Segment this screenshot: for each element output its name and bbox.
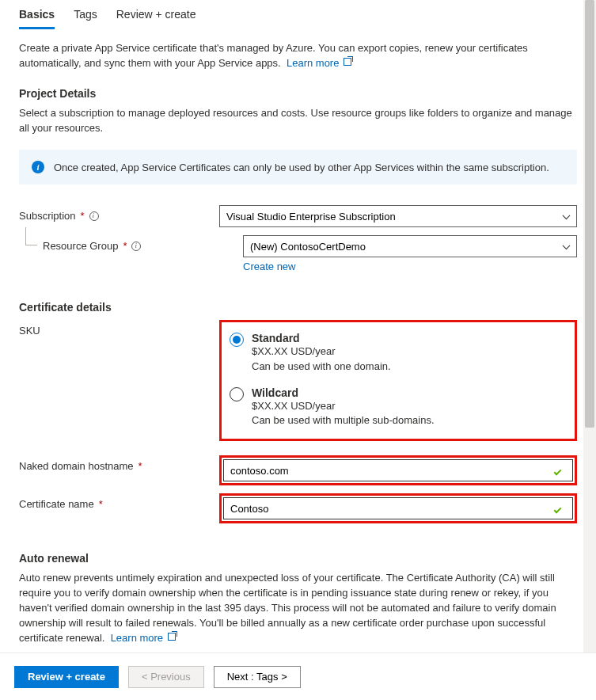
sku-wildcard-option[interactable]: Wildcard $XX.XX USD/year Can be used wit… — [252, 386, 435, 428]
previous-button: < Previous — [128, 666, 204, 688]
hostname-label: Naked domain hostname* — [19, 455, 219, 472]
valid-check-icon — [554, 465, 565, 476]
certname-input[interactable] — [223, 497, 573, 519]
resource-group-label: Resource Group* — [43, 235, 243, 252]
tab-review-create[interactable]: Review + create — [116, 8, 196, 29]
sku-label: SKU — [19, 320, 219, 337]
next-tags-button[interactable]: Next : Tags > — [214, 666, 301, 688]
tab-basics[interactable]: Basics — [19, 8, 55, 29]
certificate-details-heading: Certificate details — [19, 301, 577, 314]
subscription-select[interactable] — [219, 205, 577, 227]
certname-label: Certificate name* — [19, 493, 219, 510]
footer-toolbar: Review + create < Previous Next : Tags > — [0, 652, 596, 700]
learn-more-link[interactable]: Learn more — [287, 57, 351, 69]
info-tooltip-icon[interactable] — [89, 211, 99, 221]
sku-options-highlight: Standard $XX.XX USD/year Can be used wit… — [219, 320, 577, 441]
info-icon: i — [32, 161, 44, 173]
project-details-heading: Project Details — [19, 87, 577, 100]
external-link-icon — [168, 633, 176, 641]
info-tooltip-icon[interactable] — [131, 242, 141, 251]
hostname-input[interactable] — [223, 459, 573, 481]
vertical-scrollbar[interactable] — [583, 0, 596, 652]
project-details-desc: Select a subscription to manage deployed… — [19, 106, 577, 136]
resource-group-select[interactable] — [243, 235, 577, 257]
certname-highlight — [219, 493, 577, 523]
info-banner: i Once created, App Service Certificates… — [19, 150, 577, 185]
intro-text: Create a private App Service certificate… — [19, 41, 577, 71]
subscription-label: Subscription* — [19, 205, 219, 222]
sku-standard-radio[interactable] — [230, 333, 244, 347]
review-create-button[interactable]: Review + create — [14, 666, 119, 688]
valid-check-icon — [554, 503, 565, 514]
tab-tags[interactable]: Tags — [74, 8, 97, 29]
external-link-icon — [344, 58, 351, 66]
sku-standard-option[interactable]: Standard $XX.XX USD/year Can be used wit… — [252, 332, 391, 373]
intro-body: Create a private App Service certificate… — [19, 42, 528, 69]
sku-wildcard-radio[interactable] — [230, 387, 244, 401]
auto-renewal-desc: Auto renew prevents untimely expiration … — [19, 571, 577, 645]
info-banner-text: Once created, App Service Certificates c… — [54, 162, 549, 173]
learn-more-link-auto[interactable]: Learn more — [111, 632, 176, 644]
hostname-highlight — [219, 455, 577, 485]
auto-renewal-heading: Auto renewal — [19, 552, 577, 565]
scrollbar-thumb[interactable] — [585, 0, 594, 428]
create-new-link[interactable]: Create new — [243, 261, 577, 272]
tab-bar: Basics Tags Review + create — [19, 0, 577, 30]
